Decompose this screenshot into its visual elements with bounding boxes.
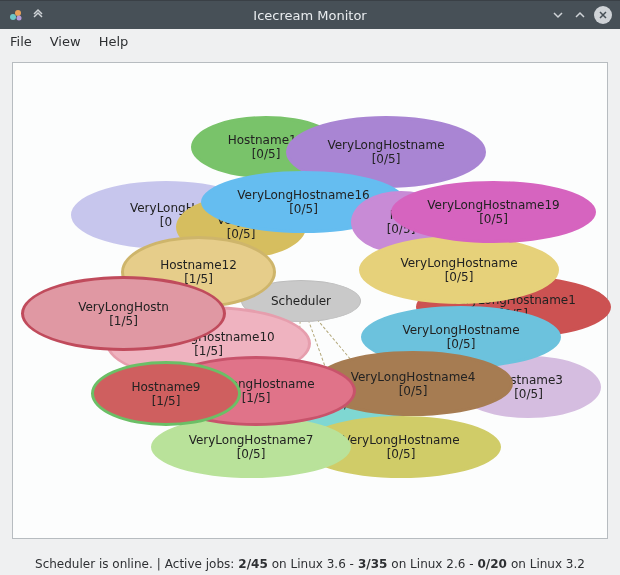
- host-label: VeryLongHostn: [78, 300, 169, 314]
- minimize-icon[interactable]: [550, 7, 566, 23]
- host-count: [0/5]: [514, 387, 543, 401]
- host-node[interactable]: VeryLongHostn[1/5]: [21, 276, 226, 351]
- canvas-frame: SchedulerHostname15[0/5]VeryLongHostname…: [12, 62, 608, 539]
- host-label: VeryLongHostname19: [427, 198, 559, 212]
- window-title: Icecream Monitor: [0, 8, 620, 23]
- host-count: [0/5]: [445, 270, 474, 284]
- host-label: VeryLongHostname: [342, 433, 459, 447]
- host-label: Hostname9: [132, 380, 201, 394]
- host-count: [1/5]: [152, 394, 181, 408]
- host-count: [0/5]: [252, 147, 281, 161]
- host-count: [0: [160, 215, 172, 229]
- titlebar: Icecream Monitor: [0, 0, 620, 29]
- host-count: [0/5]: [479, 212, 508, 226]
- status-jobs-1: 2/45: [238, 557, 267, 571]
- host-count: [1/5]: [194, 344, 223, 358]
- menu-help[interactable]: Help: [99, 34, 129, 49]
- status-jobs-1-tail: on Linux 3.6 -: [272, 557, 354, 571]
- status-jobs-2: 3/35: [358, 557, 387, 571]
- svg-point-0: [10, 14, 16, 20]
- host-count: [0/5]: [447, 337, 476, 351]
- host-count: [0/5]: [399, 384, 428, 398]
- host-label: VeryLongHostname4: [351, 370, 476, 384]
- host-node[interactable]: Hostname9[1/5]: [91, 361, 241, 426]
- host-count: [0/5]: [387, 447, 416, 461]
- svg-point-1: [15, 10, 21, 16]
- host-label: VeryLongHostname: [402, 323, 519, 337]
- host-count: [0/5]: [289, 202, 318, 216]
- menu-view[interactable]: View: [50, 34, 81, 49]
- statusbar: Scheduler is online. | Active jobs: 2/45…: [0, 553, 620, 575]
- app-icon: [8, 7, 24, 23]
- host-label: VeryLongHostname: [400, 256, 517, 270]
- status-active-label: Active jobs:: [165, 557, 235, 571]
- host-node[interactable]: VeryLongHostname19[0/5]: [391, 181, 596, 243]
- host-node[interactable]: VeryLongHostname[0/5]: [359, 236, 559, 304]
- star-view[interactable]: SchedulerHostname15[0/5]VeryLongHostname…: [13, 63, 607, 538]
- host-label: VeryLongHostname: [327, 138, 444, 152]
- menubar: File View Help: [0, 29, 620, 54]
- menu-file[interactable]: File: [10, 34, 32, 49]
- status-separator: |: [157, 557, 161, 571]
- host-label: VeryLongHostname16: [237, 188, 369, 202]
- close-icon[interactable]: [594, 6, 612, 24]
- host-count: [0/5]: [237, 447, 266, 461]
- status-jobs-3: 0/20: [478, 557, 507, 571]
- scheduler-label: Scheduler: [271, 294, 331, 308]
- host-count: [0/5]: [372, 152, 401, 166]
- status-jobs-3-tail: on Linux 3.2: [511, 557, 585, 571]
- host-count: [1/5]: [242, 391, 271, 405]
- status-scheduler: Scheduler is online.: [35, 557, 153, 571]
- host-label: Hostname12: [160, 258, 237, 272]
- svg-point-2: [17, 16, 22, 21]
- host-label: VeryLongHostname7: [189, 433, 314, 447]
- status-jobs-2-tail: on Linux 2.6 -: [391, 557, 473, 571]
- pin-icon[interactable]: [30, 7, 46, 23]
- host-count: [1/5]: [109, 314, 138, 328]
- maximize-icon[interactable]: [572, 7, 588, 23]
